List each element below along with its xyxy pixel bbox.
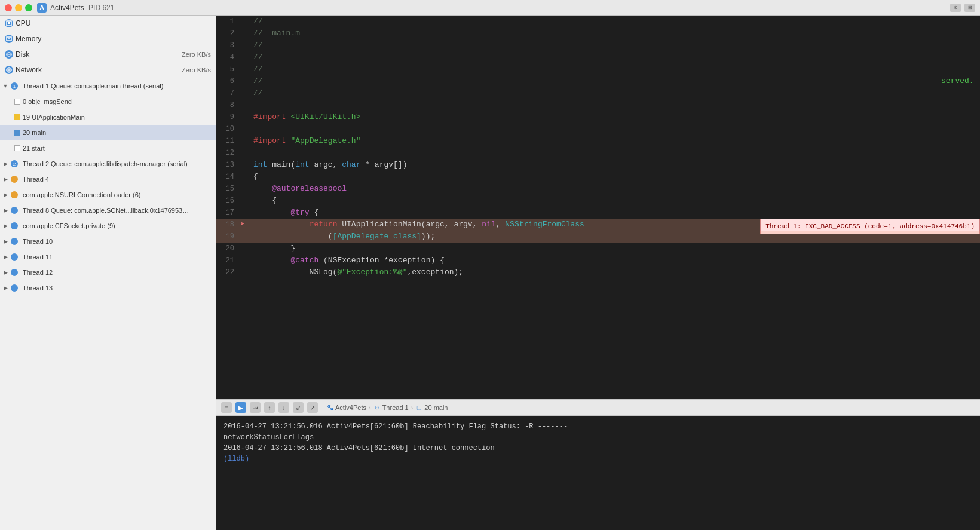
frame21-icon — [14, 145, 20, 151]
thread13-expand-icon: ▶ — [2, 285, 8, 291]
ln-3: 3 — [216, 39, 240, 51]
thread2-label: Thread 2 Queue: com.apple.libdispatch-ma… — [23, 160, 188, 167]
toolbar-btn-step-over[interactable]: ⇥ — [250, 402, 261, 413]
close-button[interactable] — [5, 4, 12, 11]
frame20-icon — [14, 130, 20, 136]
ln-2: 2 — [216, 27, 240, 39]
toolbar-btn-step-in[interactable]: ↙ — [293, 402, 304, 413]
thread11-badge — [11, 253, 18, 261]
bc-thread[interactable]: ⊙ Thread 1 — [373, 404, 409, 411]
maximize-button[interactable] — [25, 4, 32, 11]
sidebar-item-objc[interactable]: 0 objc_msgSend — [0, 94, 216, 109]
disk-badge — [5, 50, 13, 59]
sidebar-item-uiappmain[interactable]: 19 UIApplicationMain — [0, 109, 216, 125]
code-line-9: 9 #import <UIKit/UIKit.h> — [216, 111, 980, 123]
code-13: int main(int argc, char * argv[]) — [251, 159, 980, 171]
ln-13: 13 — [216, 159, 240, 171]
thread2-badge: 2 — [11, 160, 18, 167]
ln-19: 19 — [216, 231, 240, 243]
code-line-7: 7 // — [216, 87, 980, 99]
code-line-17: 17 @try { — [216, 207, 980, 219]
ln-20: 20 — [216, 243, 240, 255]
sidebar-item-thread2[interactable]: ▶ 2 Thread 2 Queue: com.apple.libdispatc… — [0, 156, 216, 171]
code-2: // main.m — [251, 27, 980, 39]
code-editor[interactable]: 1 // 2 // main.m 3 // 4 // — [216, 16, 980, 399]
threads-section: ▼ 1 Thread 1 Queue: com.apple.main-threa… — [0, 78, 216, 296]
sidebar-item-network[interactable]: Network Zero KB/s — [0, 62, 216, 78]
code-line-1: 1 // — [216, 16, 980, 27]
ln-21: 21 — [216, 255, 240, 266]
sidebar-item-main20[interactable]: 20 main — [0, 125, 216, 140]
cpu-badge — [5, 19, 13, 27]
code-line-15: 15 @autoreleasepool — [216, 183, 980, 195]
minimize-button[interactable] — [15, 4, 22, 11]
code-line-19: 19 ([AppDelegate class])); — [216, 231, 980, 243]
thread4-expand-icon: ▶ — [2, 176, 8, 182]
thread10-label: Thread 10 — [23, 238, 53, 245]
sidebar-item-thread13[interactable]: ▶ Thread 13 — [0, 280, 216, 296]
sidebar-item-cpu[interactable]: CPU — [0, 16, 216, 31]
ln-17: 17 — [216, 207, 240, 219]
thread11-label: Thread 11 — [23, 253, 53, 261]
toolbar-btn-step-down[interactable]: ↓ — [278, 402, 289, 413]
disk-label: Disk — [16, 50, 29, 59]
code-line-20: 20 } — [216, 243, 980, 255]
code-line-5: 5 // — [216, 63, 980, 75]
sidebar-item-thread1[interactable]: ▼ 1 Thread 1 Queue: com.apple.main-threa… — [0, 78, 216, 94]
network-badge — [5, 66, 13, 74]
options-button[interactable]: ⊞ — [964, 4, 975, 12]
code-17: @try { — [251, 207, 980, 219]
breadcrumb: 🐾 Activ4Pets › ⊙ Thread 1 › ▢ 20 main — [326, 404, 448, 411]
thread10-expand-icon: ▶ — [2, 238, 8, 244]
console-line-2: 2016-04-27 13:21:56.018 Activ4Pets[621:6… — [223, 443, 973, 454]
frame19-icon — [14, 114, 20, 120]
ln-4: 4 — [216, 51, 240, 63]
thread4-label: Thread 4 — [23, 176, 49, 183]
sidebar-item-nsurlloader[interactable]: ▶ com.apple.NSURLConnectionLoader (6) — [0, 187, 216, 203]
sidebar-item-cfsocket[interactable]: ▶ com.apple.CFSocket.private (9) — [0, 218, 216, 234]
ln-18: 18 — [216, 219, 240, 231]
sidebar-item-thread4[interactable]: ▶ Thread 4 — [0, 171, 216, 187]
thread1-badge: 1 — [11, 82, 18, 90]
code-14: { — [251, 171, 980, 183]
toolbar-btn-list[interactable]: ≡ — [221, 402, 232, 413]
ln-8: 8 — [216, 99, 240, 111]
sidebar-item-memory[interactable]: Memory — [0, 31, 216, 47]
code-1: // — [251, 16, 980, 27]
pid-text: PID 621 — [88, 4, 114, 12]
window-controls[interactable] — [5, 4, 32, 11]
title-bar: A Activ4Pets PID 621 ⊙ ⊞ — [0, 0, 980, 16]
thread8-label: Thread 8 Queue: com.apple.SCNet...llback… — [23, 207, 190, 214]
bottom-toolbar: ≡ ▶ ⇥ ↑ ↓ ↙ ↗ 🐾 Activ4Pets › ⊙ Thread 1 … — [216, 399, 980, 416]
sidebar-item-thread11[interactable]: ▶ Thread 11 — [0, 249, 216, 265]
sidebar-item-start[interactable]: 21 start — [0, 140, 216, 156]
frame21-label: 21 start — [23, 145, 45, 152]
code-line-11: 11 #import "AppDelegate.h" — [216, 135, 980, 147]
sidebar-item-thread8[interactable]: ▶ Thread 8 Queue: com.apple.SCNet...llba… — [0, 203, 216, 218]
thread4-badge — [11, 176, 18, 183]
bc-thread-icon: ⊙ — [373, 404, 381, 411]
ln-1: 1 — [216, 16, 240, 27]
bc-frame-label: 20 main — [424, 404, 448, 411]
title-text: Activ4Pets PID 621 — [50, 4, 114, 12]
memory-badge — [5, 35, 13, 43]
sidebar-item-thread10[interactable]: ▶ Thread 10 — [0, 234, 216, 249]
sidebar-item-thread12[interactable]: ▶ Thread 12 — [0, 265, 216, 280]
code-line-13: 13 int main(int argc, char * argv[]) — [216, 159, 980, 171]
bc-app[interactable]: 🐾 Activ4Pets — [326, 404, 366, 411]
code-9: #import <UIKit/UIKit.h> — [251, 111, 980, 123]
bc-frame[interactable]: ▢ 20 main — [415, 404, 448, 411]
console[interactable]: 2016-04-27 13:21:56.016 Activ4Pets[621:6… — [216, 416, 980, 530]
disk-value: Zero KB/s — [182, 51, 211, 58]
code-line-18: 18 ➤ return UIApplicationMain(argc, argv… — [216, 219, 980, 231]
code-16: { — [251, 195, 980, 207]
toolbar-btn-step-out[interactable]: ↗ — [307, 402, 318, 413]
code-line-16: 16 { — [216, 195, 980, 207]
toolbar-btn-step-up[interactable]: ↑ — [264, 402, 275, 413]
content-area: 1 // 2 // main.m 3 // 4 // — [216, 16, 980, 530]
pause-button[interactable]: ⊙ — [950, 4, 961, 12]
sidebar-item-disk[interactable]: Disk Zero KB/s — [0, 47, 216, 62]
toolbar-btn-play[interactable]: ▶ — [235, 402, 246, 413]
code-22: NSLog(@"Exception:%@",exception); — [251, 266, 980, 278]
cfsocket-expand-icon: ▶ — [2, 223, 8, 229]
